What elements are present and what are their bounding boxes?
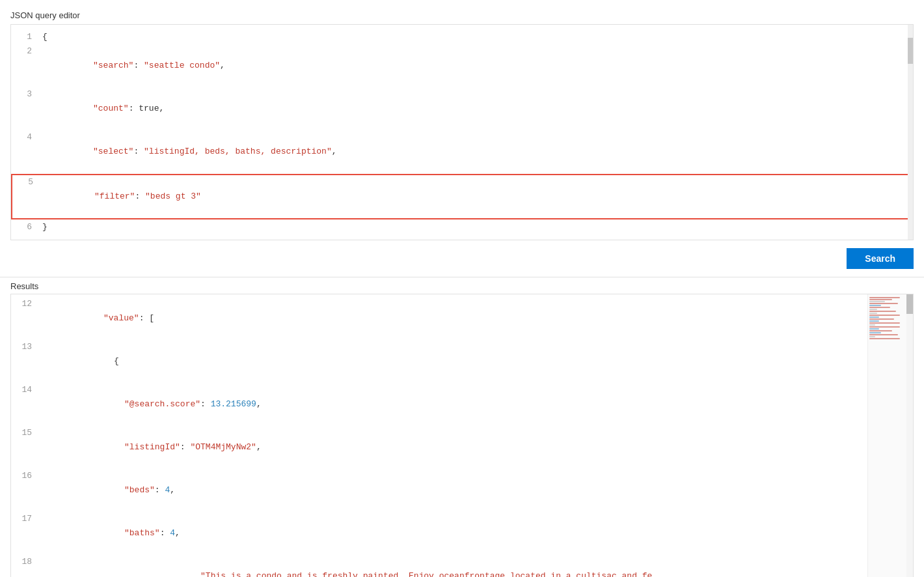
minimap-line-1 xyxy=(869,297,900,298)
editor-title: JSON query editor xyxy=(0,7,924,24)
line-num-1: 1 xyxy=(16,30,42,44)
result-line-13: 13 { xyxy=(11,340,861,383)
result-line-16: 16 "beds": 4, xyxy=(11,469,861,512)
result-line-content-16: "beds": 4, xyxy=(42,469,856,512)
editor-line-6: 6 } xyxy=(11,220,913,234)
minimap-line-14 xyxy=(869,322,900,324)
editor-code-area[interactable]: 1 { 2 "search": "seattle condo", 3 "coun… xyxy=(11,25,913,240)
minimap-line-16 xyxy=(869,326,900,328)
search-button-row: Search xyxy=(0,240,924,277)
editor-line-5[interactable]: 5 "filter": "beds gt 3" xyxy=(11,174,913,219)
minimap-line-5 xyxy=(869,305,881,306)
result-line-15: 15 "listingId": "OTM4MjMyNw2", xyxy=(11,426,861,469)
results-scrollbar-thumb[interactable] xyxy=(906,294,913,314)
minimap-line-15 xyxy=(869,324,875,326)
minimap-line-4 xyxy=(869,303,898,304)
minimap-line-6 xyxy=(869,307,890,308)
result-line-18: 18 "description": "This is a condo and i… xyxy=(11,555,861,577)
line-num-6: 6 xyxy=(16,220,42,234)
line-content-6: } xyxy=(42,220,908,234)
minimap-line-11 xyxy=(869,317,879,318)
result-line-content-17: "baths": 4, xyxy=(42,512,856,555)
line-content-2: "search": "seattle condo", xyxy=(42,44,908,87)
minimap-line-20 xyxy=(869,334,898,335)
results-panel[interactable]: 12 "value": [ 13 { 14 "@search.score": 1… xyxy=(10,294,914,577)
minimap-line-10 xyxy=(869,315,900,316)
line-content-1: { xyxy=(42,30,908,44)
result-line-num-18: 18 xyxy=(16,555,42,569)
page-container: JSON query editor 1 { 2 "search": "seatt… xyxy=(0,0,924,577)
result-line-content-14: "@search.score": 13.215699, xyxy=(42,383,856,426)
minimap-line-17 xyxy=(869,328,879,330)
result-line-17: 17 "baths": 4, xyxy=(11,512,861,555)
result-line-num-13: 13 xyxy=(16,340,42,354)
minimap-line-2 xyxy=(869,299,892,300)
result-line-num-16: 16 xyxy=(16,469,42,483)
editor-line-1: 1 { xyxy=(11,30,913,44)
line-num-5: 5 xyxy=(18,175,44,190)
result-line-num-15: 15 xyxy=(16,426,42,440)
minimap-line-18 xyxy=(869,330,892,331)
minimap-line-22 xyxy=(869,338,900,339)
editor-scrollbar[interactable] xyxy=(908,25,913,240)
line-num-2: 2 xyxy=(16,44,42,59)
result-line-num-14: 14 xyxy=(16,383,42,397)
result-line-content-13: { xyxy=(42,340,856,383)
result-line-num-17: 17 xyxy=(16,512,42,526)
result-line-num-12: 12 xyxy=(16,297,42,311)
search-button[interactable]: Search xyxy=(847,248,914,269)
editor-line-4: 4 "select": "listingId, beds, baths, des… xyxy=(11,130,913,173)
minimap-line-12 xyxy=(869,318,894,320)
editor-line-3: 3 "count": true, xyxy=(11,87,913,130)
result-line-content-15: "listingId": "OTM4MjMyNw2", xyxy=(42,426,856,469)
line-content-3: "count": true, xyxy=(42,87,908,130)
result-line-12: 12 "value": [ xyxy=(11,297,861,340)
results-scrollbar-track[interactable] xyxy=(906,294,913,577)
minimap-line-19 xyxy=(869,332,881,333)
result-line-14: 14 "@search.score": 13.215699, xyxy=(11,383,861,426)
editor-panel: 1 { 2 "search": "seattle condo", 3 "coun… xyxy=(10,24,914,240)
result-line-content-18: "description": "This is a condo and is f… xyxy=(42,555,856,577)
minimap-line-7 xyxy=(869,309,877,310)
line-num-4: 4 xyxy=(16,130,42,145)
line-num-3: 3 xyxy=(16,87,42,102)
results-title: Results xyxy=(0,277,924,294)
line-content-4: "select": "listingId, beds, baths, descr… xyxy=(42,130,908,173)
results-code-area: 12 "value": [ 13 { 14 "@search.score": 1… xyxy=(11,294,913,577)
minimap xyxy=(867,294,906,577)
minimap-line-3 xyxy=(869,301,885,302)
editor-scrollbar-thumb[interactable] xyxy=(908,38,913,64)
editor-line-2: 2 "search": "seattle condo", xyxy=(11,44,913,87)
minimap-line-8 xyxy=(869,311,896,312)
minimap-line-21 xyxy=(869,336,875,337)
minimap-line-9 xyxy=(869,313,877,314)
result-line-content-12: "value": [ xyxy=(42,297,856,340)
minimap-line-13 xyxy=(869,320,879,322)
line-content-5: "filter": "beds gt 3" xyxy=(44,175,906,218)
